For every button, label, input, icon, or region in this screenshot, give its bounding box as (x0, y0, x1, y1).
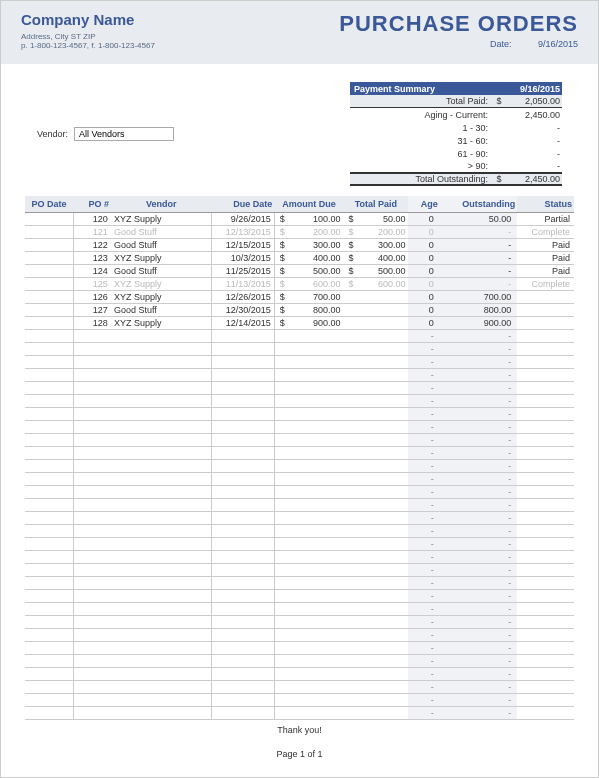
payment-summary: Payment Summary 9/16/2015 Total Paid: $ … (350, 82, 562, 186)
cell-vendor: XYZ Supply (111, 278, 212, 291)
aging-current-label: Aging - Current: (350, 110, 492, 120)
page-footer: Page 1 of 1 (1, 749, 598, 759)
table-row: 123XYZ Supply10/3/2015$400.00$400.000-Pa… (25, 252, 574, 265)
cell-amount: $400.00 (274, 252, 343, 265)
summary-header-label: Payment Summary (350, 84, 506, 94)
th-status: Status (517, 196, 574, 213)
table-row-empty: -- (25, 681, 574, 694)
date-label: Date: (490, 39, 512, 49)
cell-amount: $500.00 (274, 265, 343, 278)
summary-1-30: 1 - 30:- (350, 121, 562, 134)
cell-podate (25, 265, 73, 278)
th-amount: Amount Due (274, 196, 343, 213)
cell-status: Complete (517, 226, 574, 239)
cell-ponum: 121 (73, 226, 111, 239)
cell-amount: $600.00 (274, 278, 343, 291)
table-row: 126XYZ Supply12/26/2015$700.000700.00 (25, 291, 574, 304)
cell-age: 0 (408, 317, 439, 330)
cell-due: 12/30/2015 (211, 304, 274, 317)
company-name: Company Name (21, 11, 155, 28)
cell-ponum: 126 (73, 291, 111, 304)
table-row-empty: -- (25, 486, 574, 499)
table-row: 120XYZ Supply9/26/2015$100.00$50.00050.0… (25, 213, 574, 226)
cell-ponum: 122 (73, 239, 111, 252)
summary-31-60: 31 - 60:- (350, 134, 562, 147)
cell-ponum: 125 (73, 278, 111, 291)
cell-paid (343, 304, 408, 317)
outstanding-val: 2,450.00 (506, 174, 562, 184)
table-row-empty: -- (25, 369, 574, 382)
cell-podate (25, 278, 73, 291)
table-header-row: PO Date PO # Vendor Due Date Amount Due … (25, 196, 574, 213)
table-row: 121Good Stuff12/13/2015$200.00$200.000-C… (25, 226, 574, 239)
cell-podate (25, 291, 73, 304)
cell-ponum: 120 (73, 213, 111, 226)
cell-amount: $300.00 (274, 239, 343, 252)
cell-status: Paid (517, 265, 574, 278)
thanks-text: Thank you! (1, 725, 598, 735)
table-row-empty: -- (25, 447, 574, 460)
table-row-empty: -- (25, 473, 574, 486)
page-title: PURCHASE ORDERS (339, 11, 578, 37)
header-band: Company Name Address, City ST ZIP p. 1-8… (1, 1, 598, 64)
cell-status: Paid (517, 252, 574, 265)
table-row-empty: -- (25, 330, 574, 343)
cell-status (517, 317, 574, 330)
cell-amount: $700.00 (274, 291, 343, 304)
table-row-empty: -- (25, 356, 574, 369)
cell-age: 0 (408, 304, 439, 317)
table-row-empty: -- (25, 382, 574, 395)
cell-vendor: XYZ Supply (111, 317, 212, 330)
table-row-empty: -- (25, 512, 574, 525)
table-row-empty: -- (25, 590, 574, 603)
th-paid: Total Paid (343, 196, 408, 213)
cell-paid: $50.00 (343, 213, 408, 226)
cell-paid: $400.00 (343, 252, 408, 265)
cell-paid: $500.00 (343, 265, 408, 278)
cell-age: 0 (408, 239, 439, 252)
cell-paid: $200.00 (343, 226, 408, 239)
summary-gt-90: > 90:- (350, 160, 562, 173)
cell-paid: $600.00 (343, 278, 408, 291)
company-address: Address, City ST ZIP (21, 32, 155, 41)
table-row-empty: -- (25, 551, 574, 564)
cell-status: Complete (517, 278, 574, 291)
company-phone: p. 1-800-123-4567, f. 1-800-123-4567 (21, 41, 155, 50)
table-row: 124Good Stuff11/25/2015$500.00$500.000-P… (25, 265, 574, 278)
table-row-empty: -- (25, 408, 574, 421)
cell-amount: $900.00 (274, 317, 343, 330)
cell-podate (25, 317, 73, 330)
vendor-filter: Vendor: (37, 82, 174, 186)
company-block: Company Name Address, City ST ZIP p. 1-8… (21, 11, 155, 50)
cell-outstanding: 700.00 (440, 291, 518, 304)
cell-age: 0 (408, 213, 439, 226)
outstanding-label: Total Outstanding: (350, 174, 492, 184)
po-table-wrap: PO Date PO # Vendor Due Date Amount Due … (1, 196, 598, 720)
cell-status (517, 291, 574, 304)
th-outstanding: Outstanding (440, 196, 518, 213)
cell-outstanding: - (440, 278, 518, 291)
cell-outstanding: 50.00 (440, 213, 518, 226)
table-row-empty: -- (25, 434, 574, 447)
table-row-empty: -- (25, 642, 574, 655)
cell-podate (25, 226, 73, 239)
cell-outstanding: 900.00 (440, 317, 518, 330)
cell-vendor: XYZ Supply (111, 252, 212, 265)
th-ponum: PO # (73, 196, 111, 213)
cell-due: 12/15/2015 (211, 239, 274, 252)
table-row-empty: -- (25, 616, 574, 629)
table-row: 122Good Stuff12/15/2015$300.00$300.000-P… (25, 239, 574, 252)
cell-due: 11/13/2015 (211, 278, 274, 291)
cell-age: 0 (408, 291, 439, 304)
cell-age: 0 (408, 265, 439, 278)
date-value: 9/16/2015 (538, 39, 578, 49)
table-row-empty: -- (25, 499, 574, 512)
table-row-empty: -- (25, 525, 574, 538)
cell-outstanding: 800.00 (440, 304, 518, 317)
cell-podate (25, 304, 73, 317)
table-row-empty: -- (25, 395, 574, 408)
vendor-input[interactable] (74, 127, 174, 141)
summary-total-paid: Total Paid: $ 2,050.00 (350, 95, 562, 108)
table-row-empty: -- (25, 668, 574, 681)
table-row: 128XYZ Supply12/14/2015$900.000900.00 (25, 317, 574, 330)
